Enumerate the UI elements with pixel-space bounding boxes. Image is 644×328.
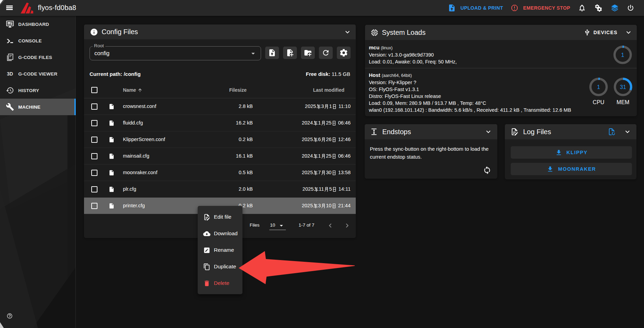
svg-text:31: 31 — [620, 84, 626, 90]
svg-text:3D: 3D — [7, 71, 13, 77]
svg-text:1: 1 — [597, 84, 600, 90]
svg-text:1: 1 — [621, 52, 624, 58]
